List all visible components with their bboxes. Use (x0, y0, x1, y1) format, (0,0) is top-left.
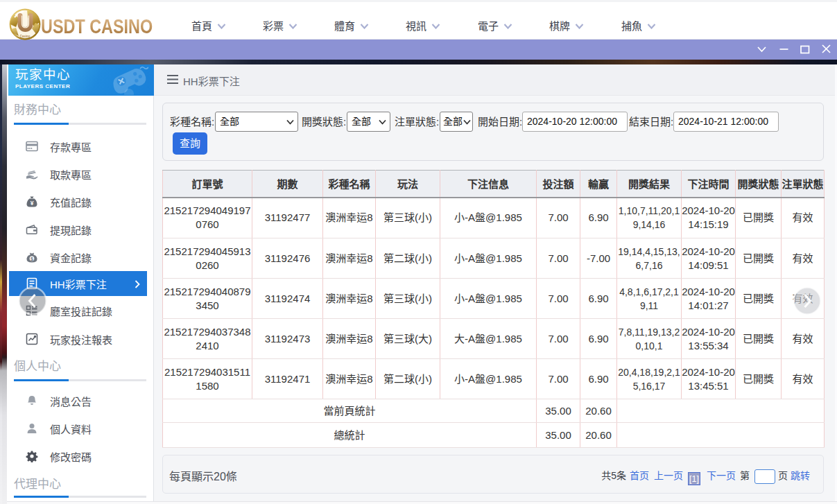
svg-text:$: $ (31, 257, 33, 262)
svg-text:Casino: Casino (19, 35, 30, 38)
svg-text:¥: ¥ (31, 200, 34, 207)
